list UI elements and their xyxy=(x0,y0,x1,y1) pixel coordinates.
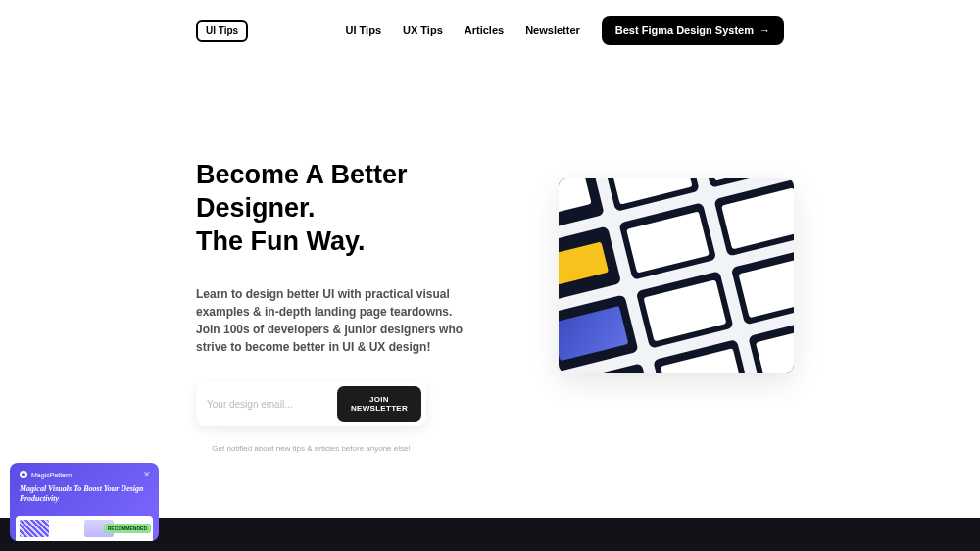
hero-visual xyxy=(559,159,794,453)
collage-card xyxy=(618,202,716,280)
nav-ux-tips[interactable]: UX Tips xyxy=(403,25,443,36)
header: UI Tips UI Tips UX Tips Articles Newslet… xyxy=(0,0,980,61)
promo-brand: MagicPattern xyxy=(20,471,149,478)
screenshot-collage xyxy=(559,178,794,373)
nav-newsletter[interactable]: Newsletter xyxy=(525,25,580,36)
collage-grid xyxy=(559,178,794,373)
arrow-right-icon: → xyxy=(760,25,770,36)
signup-note: Get notified about new tips & articles b… xyxy=(196,444,426,453)
collage-card xyxy=(559,178,605,235)
close-icon[interactable]: ✕ xyxy=(141,469,153,480)
logo[interactable]: UI Tips xyxy=(196,20,248,42)
promo-tagline: Magical Visuals To Boost Your Design Pro… xyxy=(20,484,149,505)
hero-title: Become A Better Designer. The Fun Way. xyxy=(196,159,519,258)
promo-popup[interactable]: ✕ MagicPattern Magical Visuals To Boost … xyxy=(10,463,159,541)
email-input[interactable] xyxy=(201,391,337,418)
logo-text: UI Tips xyxy=(206,25,238,36)
hero-title-line1: Become A Better Designer. xyxy=(196,160,408,223)
hero-copy: Become A Better Designer. The Fun Way. L… xyxy=(196,159,519,453)
newsletter-signup: JOIN NEWSLETTER xyxy=(196,381,426,426)
collage-card xyxy=(748,316,794,373)
collage-card xyxy=(559,226,621,305)
hero-subtitle: Learn to design better UI with practical… xyxy=(196,285,470,356)
main-nav: UI Tips UX Tips Articles Newsletter Best… xyxy=(346,16,784,45)
promo-brand-name: MagicPattern xyxy=(31,472,72,478)
collage-card xyxy=(559,294,639,373)
hero-section: Become A Better Designer. The Fun Way. L… xyxy=(0,61,980,453)
figma-cta-button[interactable]: Best Figma Design System → xyxy=(602,16,784,45)
join-newsletter-button[interactable]: JOIN NEWSLETTER xyxy=(337,386,421,422)
hero-title-line2: The Fun Way. xyxy=(196,226,366,256)
nav-ui-tips[interactable]: UI Tips xyxy=(346,25,381,36)
collage-card xyxy=(713,178,794,257)
nav-articles[interactable]: Articles xyxy=(465,25,504,36)
collage-card xyxy=(731,247,794,326)
brand-logo-icon xyxy=(20,471,27,478)
figma-cta-label: Best Figma Design System xyxy=(615,25,754,36)
collage-card xyxy=(636,271,734,349)
recommended-badge: RECOMMENDED xyxy=(104,524,151,533)
